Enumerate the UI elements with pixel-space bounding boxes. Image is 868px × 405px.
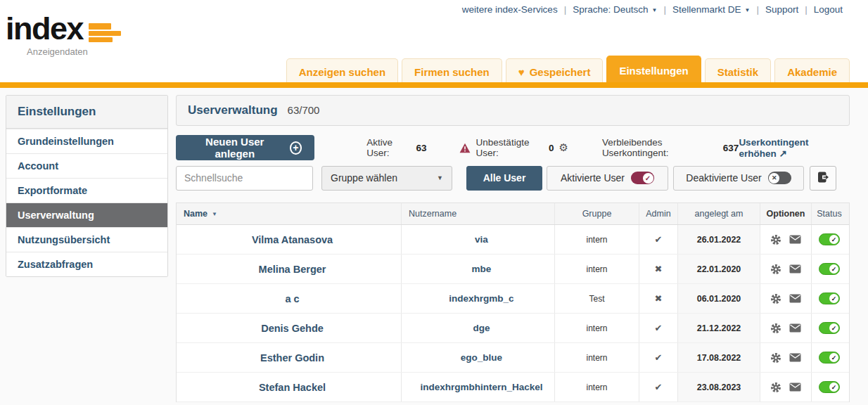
username-link[interactable]: dge: [402, 314, 555, 342]
activated-users-button[interactable]: Aktivierte User: [547, 166, 668, 191]
username-link[interactable]: ego_blue: [402, 343, 555, 372]
gear-icon[interactable]: [770, 323, 781, 334]
tab-firmen-suchen[interactable]: Firmen suchen: [402, 58, 502, 85]
app-logo[interactable]: index Anzeigendaten: [6, 14, 121, 57]
options-cell: [760, 343, 812, 372]
gear-icon[interactable]: [770, 293, 781, 304]
sidebar-item-zusatzabfragen[interactable]: Zusatzabfragen: [6, 252, 167, 276]
user-name-link[interactable]: Esther Godin: [177, 343, 402, 372]
header-name[interactable]: Name: [177, 203, 402, 224]
header-admin: Admin: [639, 203, 678, 224]
created-date: 17.08.2022: [678, 343, 760, 372]
logo-bars-icon: [89, 23, 121, 42]
separator: |: [756, 4, 759, 15]
header-options: Optionen: [760, 203, 812, 224]
created-date: 21.12.2022: [678, 314, 760, 342]
tab-anzeigen-suchen[interactable]: Anzeigen suchen: [286, 58, 398, 85]
mail-icon[interactable]: [789, 382, 801, 392]
deactivated-users-label: Deaktivierte User: [686, 172, 761, 184]
status-toggle-on[interactable]: [819, 322, 840, 334]
user-name-link[interactable]: Vilma Atanasova: [177, 225, 402, 254]
tab-label: Gespeichert: [530, 66, 591, 78]
options-cell: [760, 284, 812, 313]
sidebar-item-nutzungsuebersicht[interactable]: Nutzungsübersicht: [6, 227, 167, 252]
status-toggle-on[interactable]: [819, 381, 840, 393]
heart-icon: [518, 66, 525, 78]
tab-einstellungen[interactable]: Einstellungen: [606, 56, 701, 85]
user-name-link[interactable]: Melina Berger: [177, 255, 402, 283]
status-toggle-on[interactable]: [819, 352, 840, 364]
sort-down-icon: [212, 211, 217, 217]
username-link[interactable]: indexhrgmbhintern_Hackel: [402, 373, 555, 401]
market-label: Stellenmarkt DE: [672, 4, 741, 15]
gear-icon[interactable]: [770, 264, 781, 275]
user-name-link[interactable]: a c: [177, 284, 402, 313]
mail-icon[interactable]: [789, 294, 801, 303]
active-users-label: Aktive User:: [366, 137, 412, 158]
group-cell: intern: [555, 225, 639, 254]
all-users-button[interactable]: Alle User: [466, 166, 542, 191]
group-select[interactable]: Gruppe wählen: [321, 166, 452, 191]
language-dropdown[interactable]: Sprache: Deutsch: [573, 4, 657, 15]
user-name-link[interactable]: Stefan Hackel: [177, 373, 402, 401]
arrow-up-right-icon: [779, 148, 787, 159]
table-row: Denis Gehde dge intern ✔ 21.12.2022: [177, 314, 849, 343]
link-support[interactable]: Support: [765, 4, 798, 15]
separator: |: [564, 4, 567, 15]
gear-icon[interactable]: [770, 234, 781, 245]
add-user-button[interactable]: Neuen User anlegen: [176, 135, 314, 160]
status-cell: [812, 225, 847, 254]
status-toggle-on[interactable]: [819, 292, 840, 304]
add-user-label: Neuen User anlegen: [189, 136, 281, 160]
tab-gespeichert[interactable]: Gespeichert: [506, 58, 604, 85]
group-select-value: Gruppe wählen: [331, 172, 397, 184]
filter-row: Gruppe wählen Alle User Aktivierte User …: [176, 165, 850, 191]
increase-quota-link[interactable]: Userkontingent erhöhen: [739, 137, 850, 159]
deactivated-users-button[interactable]: Deaktivierte User: [673, 166, 804, 191]
table-row: Melina Berger mbe intern ✖ 22.01.2020: [177, 255, 849, 284]
search-input[interactable]: [176, 166, 313, 191]
unconfirmed-users-stat: Unbestätigte User: 0: [459, 137, 568, 158]
tab-statistik[interactable]: Statistik: [705, 58, 771, 85]
mail-icon[interactable]: [789, 235, 801, 244]
status-cell: [812, 314, 847, 342]
admin-icon: ✔: [639, 314, 678, 342]
username-link[interactable]: mbe: [402, 255, 555, 283]
status-toggle-on[interactable]: [819, 263, 840, 275]
header-name-label: Name: [184, 209, 208, 219]
options-cell: [760, 225, 812, 254]
user-name-link[interactable]: Denis Gehde: [177, 314, 402, 342]
main-nav-tabs: Anzeigen suchen Firmen suchen Gespeicher…: [286, 56, 850, 85]
created-date: 06.01.2020: [678, 284, 760, 313]
table-row: Stefan Hackel indexhrgmbhintern_Hackel i…: [177, 373, 849, 402]
status-cell: [812, 373, 847, 401]
unconfirmed-users-value: 0: [549, 143, 554, 153]
gear-icon[interactable]: [559, 141, 568, 154]
table-header: Name Nutzername Gruppe Admin angelegt am…: [177, 203, 849, 225]
gear-icon[interactable]: [770, 382, 781, 393]
chevron-down-icon: [651, 7, 657, 13]
username-link[interactable]: indexhrgmb_c: [402, 284, 555, 313]
chevron-down-icon: [437, 174, 443, 181]
link-logout[interactable]: Logout: [814, 4, 843, 15]
sidebar-item-userverwaltung[interactable]: Userverwaltung: [6, 202, 167, 227]
warning-icon: [459, 143, 471, 153]
sidebar-item-grundeinstellungen[interactable]: Grundeinstellungen: [6, 129, 167, 153]
tab-akademie[interactable]: Akademie: [774, 58, 850, 85]
status-cell: [812, 343, 847, 372]
separator: |: [663, 4, 666, 15]
group-cell: Test: [555, 284, 639, 313]
mail-icon[interactable]: [789, 323, 801, 333]
gear-icon[interactable]: [770, 352, 781, 364]
link-index-services[interactable]: weitere index-Services: [462, 4, 558, 15]
status-toggle-on[interactable]: [819, 233, 840, 245]
mail-icon[interactable]: [789, 264, 801, 274]
chevron-down-icon: [744, 7, 750, 13]
sidebar-item-account[interactable]: Account: [6, 153, 167, 178]
export-button[interactable]: [810, 166, 836, 191]
mail-icon[interactable]: [789, 353, 801, 362]
username-link[interactable]: via: [402, 225, 555, 254]
remaining-quota-value: 637: [723, 143, 739, 153]
sidebar-item-exportformate[interactable]: Exportformate: [6, 178, 167, 202]
market-dropdown[interactable]: Stellenmarkt DE: [672, 4, 750, 15]
